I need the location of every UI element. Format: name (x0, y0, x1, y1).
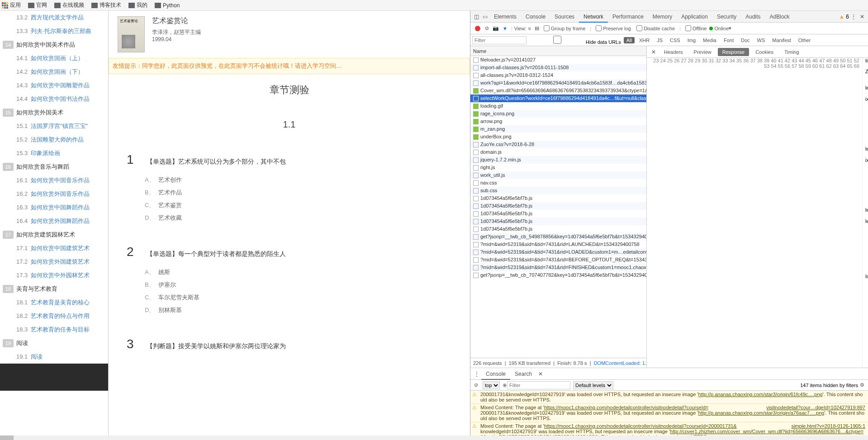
chapter-item[interactable]: 13.3列夫·托尔斯泰的三部曲 (0, 24, 108, 38)
filter-type-xhr[interactable]: XHR (636, 37, 652, 43)
network-request-row[interactable]: 1d073454a5f6e5bf7b.js (470, 225, 646, 233)
bookmark-item[interactable]: 官网 (28, 1, 47, 9)
chapter-item[interactable]: 16如何欣赏音乐与舞蹈 (0, 160, 108, 174)
large-rows-icon[interactable]: ≡ (528, 26, 531, 31)
devtools-tab-security[interactable]: Security (712, 11, 741, 23)
chapter-item[interactable]: 15如何欣赏外国美术 (0, 106, 108, 119)
device-icon[interactable]: ▭ (483, 14, 488, 20)
chapter-item[interactable]: 16.2如何欣赏外国音乐作品 (0, 187, 108, 201)
question-option[interactable]: A、艺术创作 (145, 176, 452, 184)
network-request-row[interactable]: jquery-1.7.2.min.js (470, 156, 646, 164)
network-request-row[interactable]: get?jsonp=__twb_cb_549878856&key=1d07345… (470, 233, 646, 241)
preserve-checkbox[interactable]: Preserve log (596, 25, 631, 31)
network-request-row[interactable]: work_util.js (470, 171, 646, 179)
context-select[interactable]: top (483, 381, 500, 389)
filter-type-all[interactable]: All (624, 37, 635, 43)
question-option[interactable]: A、姚斯 (145, 268, 452, 276)
chapter-item[interactable]: 16.3如何欣赏中国舞蹈作品 (0, 201, 108, 214)
chapter-item[interactable]: 18.2艺术教育的特点与作用 (0, 309, 108, 323)
network-request-row[interactable]: sub.css (470, 187, 646, 194)
bookmark-item[interactable]: 博客技术 (91, 1, 121, 9)
question-option[interactable]: B、伊塞尔 (145, 281, 452, 289)
network-request-row[interactable]: Cover_wm.dll?iid=656663696A6863676967353… (470, 87, 646, 95)
group-checkbox[interactable]: Group by frame (544, 25, 585, 31)
network-request-row[interactable]: fileloader.js?v=20141027 (470, 56, 646, 64)
chapter-item[interactable]: 19.1阅读 (0, 350, 108, 364)
bookmark-item[interactable]: 我的 (128, 1, 147, 9)
network-request-row[interactable]: nav.css (470, 179, 646, 187)
chapter-item[interactable]: 17.2如何欣赏外国建筑艺术 (0, 255, 108, 269)
devtools-tab-elements[interactable]: Elements (489, 11, 521, 23)
chapter-item[interactable]: 19阅读 (0, 336, 108, 350)
filter-type-css[interactable]: CSS (667, 37, 683, 43)
console-filter-input[interactable] (507, 381, 570, 389)
chapter-item[interactable]: 14.1如何欣赏国画（上） (0, 52, 108, 65)
inspect-icon[interactable]: ◫ (474, 14, 479, 20)
network-request-row[interactable]: work?api=1&workId=ce16f79886294d418491da… (470, 79, 646, 87)
network-request-row[interactable]: arrow.png (470, 118, 646, 125)
chapter-item[interactable]: 16.1如何欣赏中国音乐作品 (0, 174, 108, 187)
disable-cache-checkbox[interactable]: Disable cache (636, 25, 675, 31)
detail-tab-response[interactable]: Response (718, 48, 749, 56)
chapter-item[interactable]: 15.1法国罗浮宫"镇宫三宝" (0, 119, 108, 133)
capture-icon[interactable]: 📷 (493, 25, 499, 31)
network-request-row[interactable]: get?jsonp=__twb_cb_707407782&key=1d07345… (470, 271, 646, 279)
chapter-item[interactable]: 15.3印象派绘画 (0, 147, 108, 160)
filter-type-js[interactable]: JS (654, 37, 665, 43)
network-request-row[interactable]: selectWorkQuestion?workId=ce16f79886294d… (470, 95, 646, 102)
filter-input[interactable] (472, 36, 526, 44)
chapter-item[interactable]: 18.3艺术教育的任务与目标 (0, 323, 108, 336)
warning-badge[interactable]: ▲ 6 (839, 14, 849, 20)
filter-type-other[interactable]: Other (796, 37, 814, 43)
filter-icon[interactable]: ▼ (503, 26, 508, 31)
network-request-row[interactable]: all-classes.js?v=2018-0312-1524 (470, 71, 646, 79)
devtools-tab-network[interactable]: Network (579, 11, 608, 23)
network-request-row[interactable]: loading.gif (470, 102, 646, 110)
network-request-row[interactable]: ?mid=&wid=52319&sid=&tid=7431&rid=BEFORE… (470, 256, 646, 264)
filter-type-img[interactable]: Img (685, 37, 698, 43)
drawer-menu-icon[interactable]: ⋮ (474, 371, 479, 377)
bookmark-item[interactable]: 应用 (2, 1, 21, 9)
chapter-item[interactable]: 13.2西方现代派文学作品 (0, 11, 108, 24)
chapter-item[interactable]: 18.1艺术教育是美育的核心 (0, 296, 108, 309)
clear-console-icon[interactable]: ⊘ (474, 382, 478, 388)
network-request-row[interactable]: 1d073454a5f6e5bf7b.js (470, 218, 646, 225)
record-button[interactable] (475, 26, 480, 31)
detail-tab-headers[interactable]: Headers (659, 48, 688, 56)
devtools-tab-performance[interactable]: Performance (608, 11, 648, 23)
response-code[interactable]: 23 24 25 26 27 28 29 30 31 32 33 34 35 3… (647, 58, 868, 368)
close-icon[interactable]: ✕ (860, 14, 864, 20)
clear-icon[interactable]: ⊘ (485, 25, 489, 31)
network-request-row[interactable]: import-all-classes.js?v=2018-0111-1508 (470, 64, 646, 71)
network-request-row[interactable]: m_zan.png (470, 125, 646, 133)
chapter-item[interactable]: 14.3如何欣赏中国雕塑作品 (0, 79, 108, 92)
settings-icon[interactable]: ⋮ (851, 14, 856, 20)
devtools-tab-console[interactable]: Console (521, 11, 550, 23)
devtools-tab-sources[interactable]: Sources (550, 11, 579, 23)
levels-select[interactable]: Default levels (573, 381, 613, 389)
chapter-item[interactable]: 14.4如何欣赏中国书法作品 (0, 92, 108, 106)
question-option[interactable]: C、车尔尼雪夫斯基 (145, 293, 452, 302)
detail-close-icon[interactable]: ✕ (649, 49, 659, 55)
network-request-row[interactable]: 1d073454a5f6e5bf7b.js (470, 202, 646, 210)
chapter-item[interactable]: 16.4如何欣赏外国舞蹈作品 (0, 214, 108, 228)
filter-type-ws[interactable]: WS (754, 37, 768, 43)
devtools-tab-audits[interactable]: Audits (741, 11, 765, 23)
devtools-tab-memory[interactable]: Memory (648, 11, 677, 23)
network-header-name[interactable]: Name (470, 46, 646, 56)
network-request-row[interactable]: 1d073454a5f6e5bf7b.js (470, 194, 646, 202)
scrollbar[interactable] (0, 435, 868, 440)
network-request-row[interactable]: ?mid=&wid=52319&sid=&tid=7431&rid=LAUNCH… (470, 241, 646, 248)
chapter-item[interactable]: 14如何欣赏中国美术作品 (0, 38, 108, 52)
filter-type-font[interactable]: Font (721, 37, 736, 43)
chapter-item[interactable]: 14.2如何欣赏国画（下） (0, 65, 108, 79)
waterfall-icon[interactable]: ▤ (535, 25, 539, 31)
detail-tab-preview[interactable]: Preview (689, 48, 716, 56)
bookmark-item[interactable]: 在线视频 (54, 1, 84, 9)
question-option[interactable]: D、艺术收藏 (145, 214, 452, 222)
bookmark-item[interactable]: Python (155, 2, 180, 9)
network-request-row[interactable]: ZuoYe.css?v=2018-6-28 (470, 141, 646, 148)
filter-type-media[interactable]: Media (700, 37, 719, 43)
chapter-item[interactable]: 18美育与艺术教育 (0, 282, 108, 296)
network-request-row[interactable]: ?mid=&wid=52319&sid=&tid=7431&rid=LOADED… (470, 248, 646, 256)
